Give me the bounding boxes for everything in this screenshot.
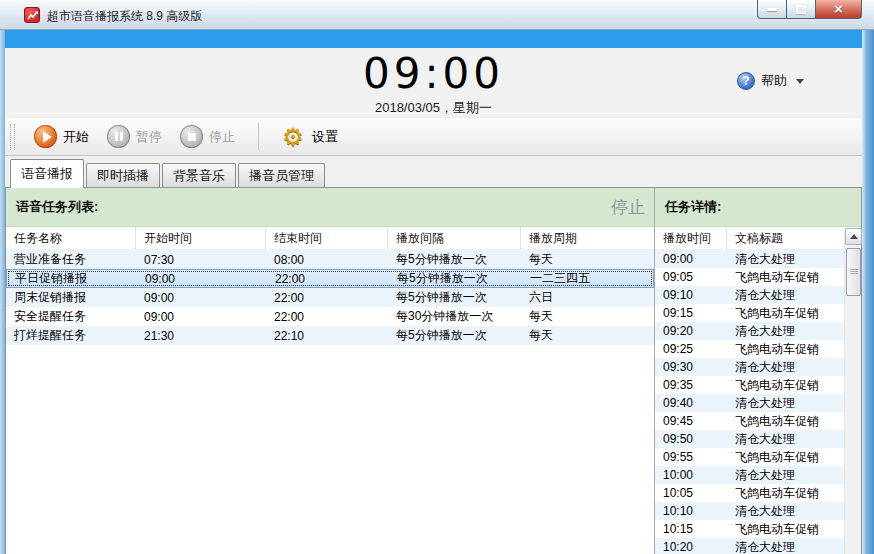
table-row[interactable]: 安全提醒任务09:0022:00每30分钟播放一次每天 xyxy=(6,307,654,326)
table-cell: 清仓大处理 xyxy=(727,251,861,268)
close-button[interactable] xyxy=(815,0,862,19)
detail-table-header: 播放时间文稿标题 xyxy=(655,227,861,250)
table-row[interactable]: 10:00清仓大处理 xyxy=(655,466,861,484)
table-cell: 清仓大处理 xyxy=(727,287,861,304)
column-header: 文稿标题 xyxy=(727,227,861,249)
table-cell: 一二三四五 xyxy=(522,270,653,287)
table-cell: 飞鸽电动车促销 xyxy=(727,521,861,538)
gear-icon xyxy=(280,124,306,150)
table-row[interactable]: 打烊提醒任务21:3022:10每5分钟播放一次每天 xyxy=(6,326,654,345)
table-row[interactable]: 09:50清仓大处理 xyxy=(655,430,861,448)
table-row[interactable]: 10:20清仓大处理 xyxy=(655,538,861,554)
maximize-button[interactable] xyxy=(787,0,815,19)
pause-button[interactable]: 暂停 xyxy=(98,123,171,150)
start-label: 开始 xyxy=(63,128,89,146)
table-row[interactable]: 09:25飞鸽电动车促销 xyxy=(655,340,861,358)
tab-item[interactable]: 播音员管理 xyxy=(238,163,325,187)
table-row[interactable]: 09:30清仓大处理 xyxy=(655,358,861,376)
close-icon xyxy=(834,0,843,18)
task-detail-header: 任务详情: xyxy=(655,188,861,227)
task-detail-panel: 任务详情: 播放时间文稿标题 09:00清仓大处理09:05飞鸽电动车促销09:… xyxy=(655,188,861,554)
table-row[interactable]: 09:35飞鸽电动车促销 xyxy=(655,376,861,394)
table-row[interactable]: 09:10清仓大处理 xyxy=(655,286,861,304)
table-cell: 每天 xyxy=(521,251,654,268)
table-cell: 07:30 xyxy=(136,253,266,267)
table-cell: 飞鸽电动车促销 xyxy=(727,377,861,394)
table-cell: 10:15 xyxy=(655,522,727,536)
table-cell: 每天 xyxy=(521,327,654,344)
scrollbar-thumb[interactable] xyxy=(846,248,861,296)
table-row[interactable]: 09:40清仓大处理 xyxy=(655,394,861,412)
table-row[interactable]: 09:55飞鸽电动车促销 xyxy=(655,448,861,466)
toolbar: 开始 暂停 停止 设置 xyxy=(5,117,862,156)
table-cell: 21:30 xyxy=(136,329,266,343)
task-table-header: 任务名称开始时间结束时间播放间隔播放周期 xyxy=(6,227,654,250)
table-cell: 09:45 xyxy=(655,414,727,428)
table-row[interactable]: 10:05飞鸽电动车促销 xyxy=(655,484,861,502)
tab-item[interactable]: 即时插播 xyxy=(86,163,160,187)
help-button[interactable]: 帮助 xyxy=(737,72,804,90)
settings-label: 设置 xyxy=(312,128,338,146)
start-button[interactable]: 开始 xyxy=(25,123,98,150)
table-cell: 飞鸽电动车促销 xyxy=(727,413,861,430)
toolbar-grip xyxy=(10,124,15,150)
play-icon xyxy=(34,125,57,148)
table-row[interactable]: 周末促销播报09:0022:00每5分钟播放一次六日 xyxy=(6,288,654,307)
table-cell: 每5分钟播放一次 xyxy=(388,327,521,344)
column-header: 开始时间 xyxy=(136,227,266,249)
table-row[interactable]: 09:15飞鸽电动车促销 xyxy=(655,304,861,322)
table-cell: 飞鸽电动车促销 xyxy=(727,485,861,502)
accent-bar xyxy=(5,30,862,48)
stop-icon xyxy=(180,125,203,148)
detail-table-body: 09:00清仓大处理09:05飞鸽电动车促销09:10清仓大处理09:15飞鸽电… xyxy=(655,250,861,554)
tab-bar: 语音播报即时插播背景音乐播音员管理 xyxy=(5,156,862,187)
table-cell: 清仓大处理 xyxy=(727,323,861,340)
settings-button[interactable]: 设置 xyxy=(271,122,347,152)
column-header: 播放周期 xyxy=(521,227,654,249)
task-list-header: 语音任务列表: 停止 xyxy=(6,188,654,227)
column-header: 播放时间 xyxy=(655,227,727,249)
column-header: 结束时间 xyxy=(266,227,388,249)
table-cell: 09:50 xyxy=(655,432,727,446)
table-cell: 09:10 xyxy=(655,288,727,302)
table-cell: 每30分钟播放一次 xyxy=(388,308,521,325)
stop-label: 停止 xyxy=(209,128,235,146)
tab-item[interactable]: 背景音乐 xyxy=(162,163,236,187)
table-cell: 营业准备任务 xyxy=(6,251,136,268)
table-cell: 09:05 xyxy=(655,270,727,284)
table-cell: 09:30 xyxy=(655,360,727,374)
table-row[interactable]: 10:10清仓大处理 xyxy=(655,502,861,520)
table-cell: 09:20 xyxy=(655,324,727,338)
table-cell: 每5分钟播放一次 xyxy=(389,270,522,287)
minimize-button[interactable] xyxy=(757,0,787,19)
table-row[interactable]: 09:05飞鸽电动车促销 xyxy=(655,268,861,286)
table-row[interactable]: 营业准备任务07:3008:00每5分钟播放一次每天 xyxy=(6,250,654,269)
scroll-up-button[interactable] xyxy=(845,228,862,245)
table-row[interactable]: 09:45飞鸽电动车促销 xyxy=(655,412,861,430)
table-row[interactable]: 09:20清仓大处理 xyxy=(655,322,861,340)
table-cell: 清仓大处理 xyxy=(727,503,861,520)
table-cell: 10:20 xyxy=(655,540,727,554)
table-cell: 09:55 xyxy=(655,450,727,464)
table-cell: 09:25 xyxy=(655,342,727,356)
table-row[interactable]: 09:00清仓大处理 xyxy=(655,250,861,268)
table-cell: 22:00 xyxy=(267,272,389,286)
toolbar-separator xyxy=(258,123,259,150)
detail-scrollbar[interactable] xyxy=(844,228,861,554)
table-cell: 安全提醒任务 xyxy=(6,308,136,325)
app-icon xyxy=(24,7,40,23)
table-row[interactable]: 平日促销播报09:0022:00每5分钟播放一次一二三四五 xyxy=(6,269,654,288)
window-frame-left xyxy=(0,30,5,554)
table-cell: 10:00 xyxy=(655,468,727,482)
column-header: 任务名称 xyxy=(6,227,136,249)
table-cell: 平日促销播报 xyxy=(7,270,137,287)
stop-button[interactable]: 停止 xyxy=(171,123,244,150)
table-cell: 10:10 xyxy=(655,504,727,518)
table-cell: 飞鸽电动车促销 xyxy=(727,449,861,466)
table-cell: 09:00 xyxy=(136,291,266,305)
tab-item[interactable]: 语音播报 xyxy=(10,159,84,188)
status-badge: 停止 xyxy=(611,196,645,219)
table-cell: 09:00 xyxy=(655,252,727,266)
table-row[interactable]: 10:15飞鸽电动车促销 xyxy=(655,520,861,538)
table-cell: 22:00 xyxy=(266,310,388,324)
